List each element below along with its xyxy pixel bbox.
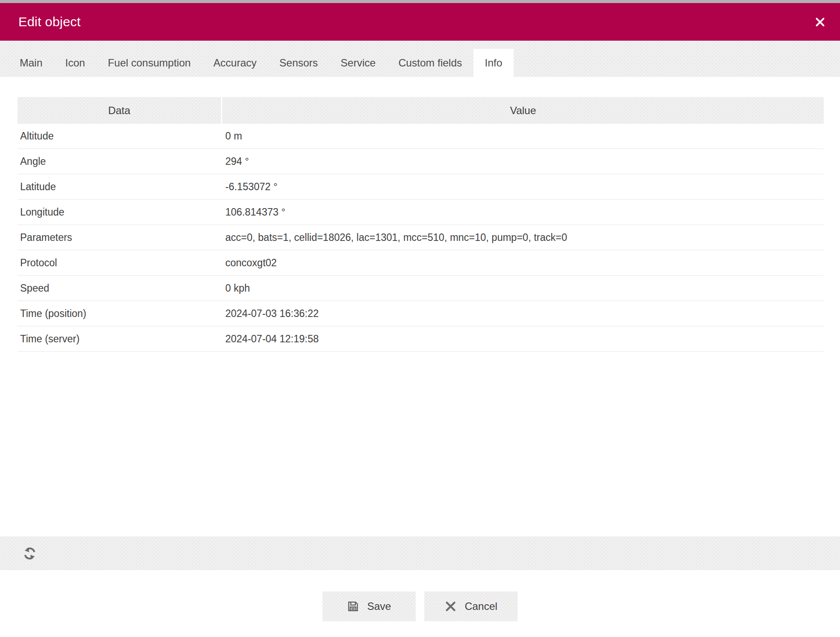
- save-button-label: Save: [367, 600, 391, 613]
- tab-sensors[interactable]: Sensors: [268, 49, 329, 77]
- row-value: -6.153072 °: [222, 181, 824, 193]
- row-label: Speed: [18, 282, 222, 294]
- table-row: Parameters acc=0, bats=1, cellid=18026, …: [18, 225, 824, 251]
- cancel-button-label: Cancel: [465, 600, 497, 613]
- tab-bar: Main Icon Fuel consumption Accuracy Sens…: [0, 41, 840, 77]
- info-table: Data Value Altitude 0 m Angle 294 ° Lati…: [18, 97, 824, 352]
- refresh-button[interactable]: [20, 544, 39, 563]
- table-row: Longitude 106.814373 °: [18, 200, 824, 225]
- close-icon: [814, 16, 826, 28]
- column-header-value: Value: [222, 97, 824, 124]
- dialog-actions: Save Cancel: [0, 592, 840, 621]
- tab-main[interactable]: Main: [8, 49, 54, 77]
- row-value: 106.814373 °: [222, 206, 824, 218]
- table-row: Speed 0 kph: [18, 276, 824, 301]
- table-row: Protocol concoxgt02: [18, 251, 824, 276]
- row-label: Protocol: [18, 257, 222, 269]
- tab-custom-fields[interactable]: Custom fields: [387, 49, 473, 77]
- row-value: concoxgt02: [222, 257, 824, 269]
- cancel-x-icon: [444, 600, 457, 613]
- dialog-header: Edit object: [0, 3, 840, 41]
- row-label: Parameters: [18, 232, 222, 244]
- row-value: 2024-07-04 12:19:58: [222, 333, 824, 345]
- tab-info[interactable]: Info: [473, 49, 514, 77]
- table-row: Altitude 0 m: [18, 124, 824, 149]
- row-label: Longitude: [18, 206, 222, 218]
- row-value: 2024-07-03 16:36:22: [222, 308, 824, 320]
- row-label: Time (position): [18, 308, 222, 320]
- cancel-button[interactable]: Cancel: [424, 592, 518, 621]
- row-label: Latitude: [18, 181, 222, 193]
- footer-bar: [0, 536, 840, 570]
- row-label: Altitude: [18, 130, 222, 142]
- background-page-strip: [0, 0, 840, 3]
- refresh-icon: [23, 546, 37, 561]
- tab-service[interactable]: Service: [329, 49, 387, 77]
- table-row: Time (position) 2024-07-03 16:36:22: [18, 301, 824, 327]
- save-button[interactable]: Save: [322, 592, 416, 621]
- tab-accuracy[interactable]: Accuracy: [202, 49, 268, 77]
- close-button[interactable]: [811, 13, 829, 31]
- row-value: acc=0, bats=1, cellid=18026, lac=1301, m…: [222, 232, 824, 244]
- table-row: Time (server) 2024-07-04 12:19:58: [18, 327, 824, 352]
- table-row: Latitude -6.153072 °: [18, 174, 824, 200]
- row-value: 294 °: [222, 156, 824, 167]
- row-value: 0 m: [222, 130, 824, 142]
- edit-object-dialog: Edit object Main Icon Fuel consumption A…: [0, 0, 840, 637]
- dialog-title: Edit object: [18, 14, 80, 29]
- tab-fuel-consumption[interactable]: Fuel consumption: [96, 49, 202, 77]
- table-header-row: Data Value: [18, 97, 824, 124]
- row-value: 0 kph: [222, 282, 824, 294]
- row-label: Time (server): [18, 333, 222, 345]
- row-label: Angle: [18, 156, 222, 167]
- tab-icon[interactable]: Icon: [54, 49, 96, 77]
- save-floppy-icon: [347, 600, 359, 613]
- column-header-data: Data: [18, 97, 221, 124]
- table-row: Angle 294 °: [18, 149, 824, 174]
